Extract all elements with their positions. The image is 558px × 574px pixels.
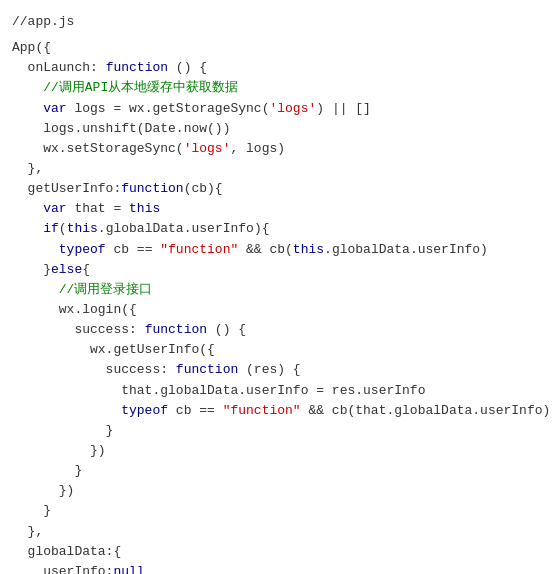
code-line: if(this.globalData.userInfo){ [12,219,550,239]
code-line: }else{ [12,260,550,280]
code-line: }) [12,441,550,461]
code-line: //调用API从本地缓存中获取数据 [12,78,550,98]
code-line: } [12,501,550,521]
code-line: success: function () { [12,320,550,340]
code-line: success: function (res) { [12,360,550,380]
code-area: App({ onLaunch: function () { //调用API从本地… [0,38,558,574]
code-container: //app.js App({ onLaunch: function () { /… [0,0,558,574]
code-line: typeof cb == "function" && cb(that.globa… [12,401,550,421]
code-line: App({ [12,38,550,58]
code-line: } [12,461,550,481]
code-line: getUserInfo:function(cb){ [12,179,550,199]
code-line: wx.login({ [12,300,550,320]
code-line: wx.getUserInfo({ [12,340,550,360]
file-header: //app.js [0,8,558,38]
code-line: }, [12,522,550,542]
code-line: //调用登录接口 [12,280,550,300]
code-line: that.globalData.userInfo = res.userInfo [12,381,550,401]
code-line: logs.unshift(Date.now()) [12,119,550,139]
code-line: wx.setStorageSync('logs', logs) [12,139,550,159]
code-line: globalData:{ [12,542,550,562]
code-line: } [12,421,550,441]
code-line: userInfo:null [12,562,550,574]
code-line: var that = this [12,199,550,219]
code-line: }, [12,159,550,179]
code-line: onLaunch: function () { [12,58,550,78]
code-line: var logs = wx.getStorageSync('logs') || … [12,99,550,119]
code-line: }) [12,481,550,501]
code-line: typeof cb == "function" && cb(this.globa… [12,240,550,260]
